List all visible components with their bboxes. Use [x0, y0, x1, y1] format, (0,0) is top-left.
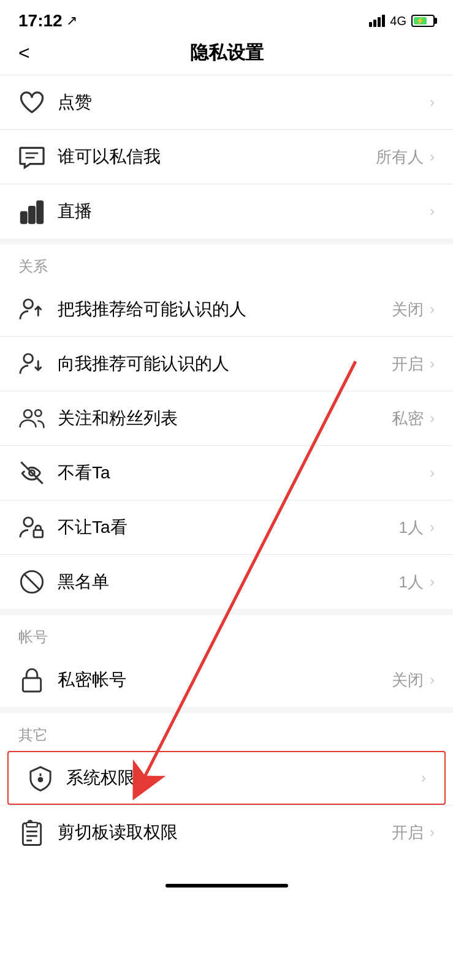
- menu-item-no-look[interactable]: 不让Ta看 1人 ›: [0, 500, 453, 554]
- menu-item-recommend-to[interactable]: 把我推荐给可能认识的人 关闭 ›: [0, 282, 453, 336]
- page-title: 隐私设置: [190, 40, 264, 66]
- recommend-from-arrow: ›: [430, 355, 435, 372]
- recommend-from-label: 向我推荐可能认识的人: [58, 352, 392, 375]
- clipboard-arrow: ›: [430, 824, 435, 841]
- svg-rect-6: [21, 212, 26, 223]
- blacklist-value: 1人: [399, 571, 424, 593]
- follow-fans-value: 私密: [392, 408, 424, 429]
- header: < 隐私设置: [0, 37, 453, 75]
- menu-item-system-permission[interactable]: 系统权限 ›: [7, 751, 446, 805]
- svg-point-14: [24, 518, 33, 527]
- likes-arrow: ›: [430, 94, 435, 111]
- menu-item-likes[interactable]: 点赞 ›: [0, 75, 453, 129]
- svg-point-10: [24, 354, 33, 363]
- live-arrow: ›: [430, 203, 435, 220]
- follow-fans-arrow: ›: [430, 410, 435, 427]
- person-up-icon: [18, 296, 45, 323]
- svg-point-9: [24, 300, 33, 309]
- follow-fans-label: 关注和粉丝列表: [58, 407, 392, 430]
- svg-rect-22: [26, 823, 37, 827]
- home-bar: [166, 884, 288, 888]
- heart-icon: [18, 89, 45, 116]
- eye-slash-icon: [18, 459, 45, 486]
- persons-icon: [18, 405, 45, 432]
- no-see-arrow: ›: [430, 464, 435, 481]
- section-divider-2: [0, 609, 453, 615]
- svg-rect-1: [373, 20, 376, 27]
- location-icon: ↗: [66, 13, 77, 29]
- ban-icon: [18, 568, 45, 595]
- clipboard-value: 开启: [392, 822, 424, 843]
- svg-rect-8: [37, 202, 43, 223]
- no-look-value: 1人: [399, 517, 424, 538]
- blacklist-label: 黑名单: [58, 570, 399, 594]
- private-account-arrow: ›: [430, 671, 435, 688]
- message-icon: [18, 143, 45, 170]
- menu-item-recommend-from[interactable]: 向我推荐可能认识的人 开启 ›: [0, 337, 453, 391]
- person-lock-icon: [18, 514, 45, 541]
- section-divider-1: [0, 238, 453, 244]
- network-label: 4G: [390, 14, 406, 28]
- status-time: 17:12: [18, 11, 63, 31]
- bar-chart-icon: [18, 198, 45, 225]
- message-arrow: ›: [430, 148, 435, 165]
- clipboard-label: 剪切板读取权限: [58, 821, 392, 844]
- signal-icon: [369, 15, 385, 27]
- private-account-value: 关闭: [392, 669, 424, 691]
- menu-item-follow-fans[interactable]: 关注和粉丝列表 私密 ›: [0, 391, 453, 445]
- back-button[interactable]: <: [18, 43, 30, 62]
- lock-icon: [18, 666, 45, 693]
- section-relation: 关系: [0, 244, 453, 282]
- clipboard-icon: [18, 819, 45, 846]
- status-bar: 17:12 ↗ 4G ⚡: [0, 0, 453, 37]
- section-divider-3: [0, 707, 453, 713]
- svg-rect-18: [23, 678, 40, 692]
- likes-label: 点赞: [58, 91, 430, 114]
- live-label: 直播: [58, 200, 430, 223]
- svg-point-12: [35, 410, 41, 416]
- svg-rect-3: [382, 15, 385, 27]
- svg-rect-0: [369, 22, 372, 27]
- svg-rect-15: [34, 530, 43, 537]
- svg-rect-7: [29, 207, 35, 223]
- system-permission-label: 系统权限: [66, 766, 421, 790]
- person-down-icon: [18, 350, 45, 377]
- no-see-label: 不看Ta: [58, 461, 430, 484]
- section-account: 帐号: [0, 615, 453, 653]
- no-look-label: 不让Ta看: [58, 516, 399, 539]
- message-value: 所有人: [376, 146, 424, 168]
- status-icons: 4G ⚡: [369, 14, 435, 28]
- home-indicator: [0, 872, 453, 894]
- svg-point-11: [24, 410, 32, 418]
- system-permission-arrow: ›: [421, 769, 426, 786]
- recommend-to-label: 把我推荐给可能认识的人: [58, 298, 392, 321]
- svg-rect-2: [378, 17, 381, 27]
- menu-item-clipboard[interactable]: 剪切板读取权限 开启 ›: [0, 805, 453, 859]
- recommend-from-value: 开启: [392, 353, 424, 375]
- section-other: 其它: [0, 713, 453, 751]
- menu-item-private-account[interactable]: 私密帐号 关闭 ›: [0, 653, 453, 707]
- system-permission-wrapper: 系统权限 ›: [0, 751, 453, 805]
- private-account-label: 私密帐号: [58, 668, 392, 692]
- battery-icon: ⚡: [411, 15, 435, 27]
- recommend-to-value: 关闭: [392, 299, 424, 320]
- menu-item-message[interactable]: 谁可以私信我 所有人 ›: [0, 130, 453, 184]
- menu-item-blacklist[interactable]: 黑名单 1人 ›: [0, 555, 453, 609]
- no-look-arrow: ›: [430, 519, 435, 536]
- svg-line-17: [24, 574, 40, 590]
- menu-item-no-see[interactable]: 不看Ta ›: [0, 446, 453, 500]
- menu-item-live[interactable]: 直播 ›: [0, 184, 453, 238]
- message-label: 谁可以私信我: [58, 145, 376, 168]
- svg-point-19: [38, 777, 44, 783]
- blacklist-arrow: ›: [430, 573, 435, 590]
- shield-icon: [27, 764, 54, 791]
- recommend-to-arrow: ›: [430, 301, 435, 318]
